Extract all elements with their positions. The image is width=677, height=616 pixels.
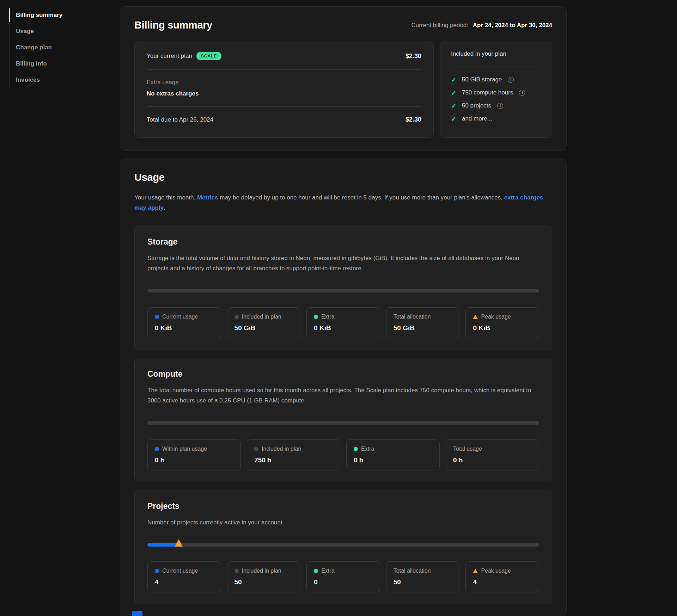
- storage-stat-included-in-plan: Included in plan50 GiB: [227, 307, 301, 338]
- stat-label: Total usage: [453, 446, 482, 452]
- dot-blue-icon: [155, 447, 159, 451]
- main-content: Billing summary Current billing period: …: [120, 6, 567, 616]
- stat-label: Total allocation: [394, 568, 431, 574]
- current-plan-label: Your current plan: [147, 53, 192, 60]
- extra-usage-block: Extra usage No extras charges: [147, 79, 421, 97]
- divider: [451, 67, 541, 67]
- current-plan: Your current plan SCALE: [147, 52, 221, 60]
- included-title: Included in your plan: [451, 50, 541, 57]
- compute-stat-extra: Extra0 h: [346, 439, 440, 470]
- included-item-label: 50 GiB storage: [462, 76, 502, 83]
- storage-stat-total-allocation: Total allocation50 GiB: [386, 307, 460, 338]
- included-item-label: 750 compute hours: [462, 89, 513, 96]
- billing-summary-card: Billing summary Current billing period: …: [120, 6, 567, 151]
- peak-triangle-icon: [473, 315, 478, 319]
- included-item-and-more: ✓and more...: [451, 115, 541, 122]
- usage-card: Usage Your usage this month. Metrics may…: [120, 159, 567, 616]
- projects-stat-included-in-plan: Included in plan50: [227, 561, 301, 592]
- storage-stat-peak-usage: Peak usage0 KiB: [465, 307, 539, 338]
- stat-value: 750 h: [254, 456, 333, 464]
- stat-label: Peak usage: [481, 568, 511, 574]
- plan-badge: SCALE: [196, 52, 221, 60]
- included-list: ✓50 GiB storagei✓750 compute hoursi✓50 p…: [451, 76, 541, 122]
- dot-blue-icon: [155, 569, 159, 573]
- page-title: Billing summary: [134, 19, 212, 31]
- sidebar-item-billing-info[interactable]: Billing info: [10, 56, 100, 72]
- projects-stat-total-allocation: Total allocation50: [386, 561, 460, 592]
- stat-value: 50: [234, 578, 293, 586]
- stat-value: 0 KiB: [473, 324, 532, 332]
- stat-value: 50 GiB: [394, 324, 452, 332]
- total-due-row: Total due to Apr 26, 2024 $2.30: [147, 116, 421, 123]
- stat-label: Included in plan: [262, 446, 301, 452]
- stat-value: 50 GiB: [234, 324, 293, 332]
- info-icon[interactable]: i: [508, 77, 514, 83]
- info-icon[interactable]: i: [519, 90, 525, 96]
- billing-nav: Billing summaryUsageChange planBilling i…: [9, 7, 100, 88]
- stat-label: Included in plan: [242, 314, 281, 320]
- sidebar-item-usage[interactable]: Usage: [10, 23, 100, 39]
- total-due-label: Total due to Apr 26, 2024: [147, 116, 213, 123]
- stat-value: 4: [473, 578, 532, 586]
- storage-title: Storage: [147, 237, 539, 247]
- check-icon: ✓: [451, 103, 457, 109]
- check-icon: ✓: [451, 76, 457, 83]
- projects-description: Number of projects currently active in y…: [147, 517, 539, 528]
- stat-label: Extra: [321, 314, 334, 320]
- included-item-750-compute-hours: ✓750 compute hoursi: [451, 89, 541, 96]
- compute-stat-total-usage: Total usage0 h: [446, 439, 539, 470]
- stat-label: Within plan usage: [162, 446, 207, 452]
- storage-stat-extra: Extra0 KiB: [306, 307, 380, 338]
- projects-stat-current-usage: Current usage4: [147, 561, 221, 592]
- current-plan-row: Your current plan SCALE $2.30: [147, 52, 421, 60]
- sidebar-item-invoices[interactable]: Invoices: [10, 72, 100, 88]
- stat-value: 0: [314, 578, 373, 586]
- metrics-link[interactable]: Metrics: [197, 194, 218, 201]
- usage-description: Your usage this month. Metrics may be de…: [134, 192, 543, 213]
- storage-section: StorageStorage is the total volume of da…: [134, 226, 552, 350]
- extra-usage-label: Extra usage: [147, 79, 421, 86]
- compute-stats-row: Within plan usage0 hIncluded in plan750 …: [147, 439, 539, 470]
- sidebar-item-billing-summary[interactable]: Billing summary: [10, 7, 100, 23]
- divider: [147, 106, 421, 107]
- included-item-50-gib-storage: ✓50 GiB storagei: [451, 76, 541, 83]
- storage-progress-bar: [147, 289, 539, 292]
- stat-value: 0 h: [155, 456, 233, 464]
- divider: [147, 69, 421, 70]
- dot-green-icon: [354, 447, 358, 451]
- projects-stat-peak-usage: Peak usage4: [465, 561, 539, 592]
- billing-page: Billing summaryUsageChange planBilling i…: [0, 0, 677, 616]
- billing-period-value: Apr 24, 2024 to Apr 30, 2024: [473, 22, 552, 29]
- compute-description: The total number of compute hours used s…: [147, 385, 539, 406]
- projects-section: ProjectsNumber of projects currently act…: [134, 490, 552, 604]
- stat-label: Peak usage: [481, 314, 511, 320]
- projects-progress-bar: [147, 543, 539, 547]
- total-due-amount: $2.30: [405, 116, 421, 123]
- dot-gray-icon: [234, 569, 239, 573]
- check-icon: ✓: [451, 116, 457, 122]
- check-icon: ✓: [451, 90, 457, 96]
- billing-summary-header: Billing summary Current billing period: …: [134, 19, 552, 31]
- projects-title: Projects: [147, 501, 539, 511]
- included-item-label: 50 projects: [462, 102, 491, 109]
- stat-value: 4: [155, 578, 214, 586]
- included-item-50-projects: ✓50 projectsi: [451, 102, 541, 109]
- stat-value: 0 KiB: [155, 324, 214, 332]
- summary-row: Your current plan SCALE $2.30 Extra usag…: [134, 41, 552, 138]
- compute-stat-included-in-plan: Included in plan750 h: [247, 439, 340, 470]
- stat-value: 0 h: [354, 456, 432, 464]
- billing-period-label: Current billing period:: [411, 22, 468, 29]
- usage-sections: StorageStorage is the total volume of da…: [134, 226, 552, 604]
- sidebar-item-change-plan[interactable]: Change plan: [10, 39, 100, 56]
- compute-section: ComputeThe total number of compute hours…: [134, 358, 552, 482]
- storage-description: Storage is the total volume of data and …: [147, 253, 539, 273]
- usage-desc-text: .: [164, 204, 165, 211]
- stat-value: 0 h: [453, 456, 532, 464]
- storage-stats-row: Current usage0 KiBIncluded in plan50 GiB…: [147, 307, 539, 338]
- stat-label: Current usage: [162, 314, 198, 320]
- included-item-label: and more...: [462, 115, 492, 122]
- info-icon[interactable]: i: [497, 103, 503, 109]
- dot-green-icon: [314, 569, 318, 573]
- dot-gray-icon: [254, 447, 258, 451]
- stat-label: Extra: [321, 568, 334, 574]
